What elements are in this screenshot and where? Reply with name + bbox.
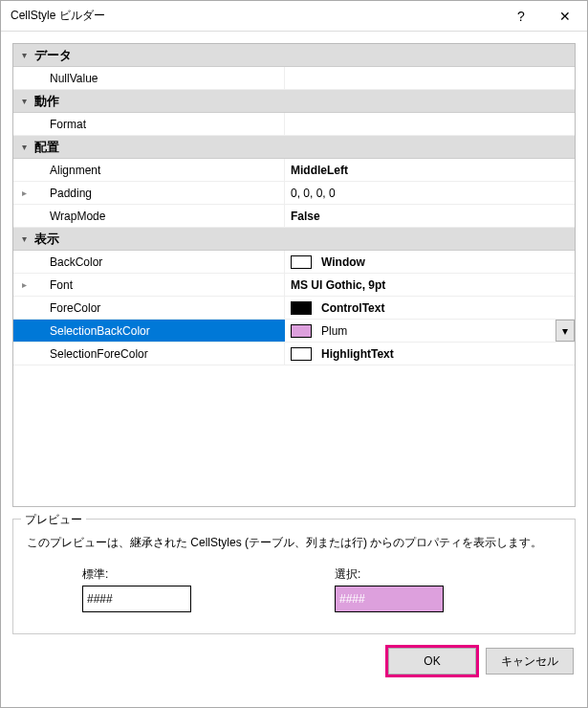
prop-value-cell[interactable]: HighlightText [285,343,575,365]
preview-normal-box: #### [82,586,191,612]
row-indent [13,297,34,319]
prop-name: NullValue [34,67,285,89]
color-swatch [291,324,312,338]
ok-button[interactable]: OK [388,648,476,675]
preview-legend: プレビュー [21,512,86,528]
chevron-down-icon: ▾ [13,233,34,244]
prop-value: ControlText [321,301,384,315]
content-area: ▾ データ NullValue ▾ 動作 Format ▾ 配置 [1,32,587,707]
prop-name: Font [34,274,285,296]
color-swatch [291,301,312,315]
prop-row-font[interactable]: ▸ Font MS UI Gothic, 9pt [13,274,575,297]
window-title: CellStyle ビルダー [1,8,499,24]
prop-row-padding[interactable]: ▸ Padding 0, 0, 0, 0 [13,182,575,205]
category-layout[interactable]: ▾ 配置 [13,136,575,159]
chevron-right-icon[interactable]: ▸ [13,274,34,296]
prop-row-nullvalue[interactable]: NullValue [13,67,575,90]
preview-section: プレビュー このプレビューは、継承された CellStyles (テーブル、列ま… [12,519,576,634]
prop-value[interactable]: MS UI Gothic, 9pt [285,274,575,296]
help-button[interactable]: ? [499,1,543,32]
chevron-down-icon: ▾ [13,142,34,152]
prop-name: BackColor [34,251,285,273]
color-swatch [291,255,312,269]
titlebar: CellStyle ビルダー ? ✕ [1,1,587,32]
prop-name: Alignment [34,159,285,181]
prop-name: SelectionForeColor [34,343,285,365]
dialog-window: CellStyle ビルダー ? ✕ ▾ データ NullValue ▾ 動作 [0,0,588,708]
category-data[interactable]: ▾ データ [13,44,575,67]
preview-selected-box: #### [335,586,444,612]
chevron-right-icon[interactable]: ▸ [13,182,34,204]
prop-value-cell[interactable]: Plum ▾ [285,320,575,342]
row-indent [13,251,34,273]
row-indent [13,343,34,365]
prop-row-forecolor[interactable]: ForeColor ControlText [13,297,575,320]
cancel-button[interactable]: キャンセル [486,648,574,675]
category-appearance-label: 表示 [34,231,59,248]
prop-value: Window [321,255,365,269]
prop-value-cell[interactable]: ControlText [285,297,575,319]
prop-row-backcolor[interactable]: BackColor Window [13,251,575,274]
prop-name: SelectionBackColor [34,320,285,342]
preview-selected-label: 選択: [335,566,444,583]
prop-name: Padding [34,182,285,204]
preview-normal-group: 標準: #### [82,566,191,612]
category-behavior[interactable]: ▾ 動作 [13,90,575,113]
preview-boxes: 標準: #### 選択: #### [27,566,561,612]
category-behavior-label: 動作 [34,93,59,110]
prop-row-format[interactable]: Format [13,113,575,136]
prop-value[interactable]: False [285,205,575,227]
prop-name: Format [34,113,285,135]
property-grid: ▾ データ NullValue ▾ 動作 Format ▾ 配置 [12,43,576,507]
color-swatch [291,347,312,361]
prop-row-selectionbackcolor[interactable]: SelectionBackColor Plum ▾ [13,320,575,343]
chevron-down-icon: ▾ [562,324,568,338]
category-layout-label: 配置 [34,139,59,156]
prop-row-selectionforecolor[interactable]: SelectionForeColor HighlightText [13,343,575,365]
prop-name: ForeColor [34,297,285,319]
button-row: OK キャンセル [12,648,576,675]
prop-value-cell[interactable]: Window [285,251,575,273]
prop-row-alignment[interactable]: Alignment MiddleLeft [13,159,575,182]
prop-row-wrapmode[interactable]: WrapMode False [13,205,575,228]
row-indent [13,159,34,181]
category-appearance[interactable]: ▾ 表示 [13,228,575,251]
chevron-down-icon: ▾ [13,50,34,60]
category-data-label: データ [34,47,72,64]
prop-name: WrapMode [34,205,285,227]
prop-value: HighlightText [321,347,394,361]
preview-selected-group: 選択: #### [335,566,444,612]
dropdown-button[interactable]: ▾ [555,320,575,342]
prop-value[interactable] [285,67,575,89]
row-indent [13,320,34,342]
prop-value: Plum [321,324,347,338]
prop-value[interactable]: 0, 0, 0, 0 [285,182,575,204]
row-indent [13,113,34,135]
row-indent [13,205,34,227]
prop-value[interactable] [285,113,575,135]
preview-description: このプレビューは、継承された CellStyles (テーブル、列または行) か… [27,535,561,551]
close-button[interactable]: ✕ [543,1,587,32]
prop-value[interactable]: MiddleLeft [285,159,575,181]
preview-normal-label: 標準: [82,566,191,583]
chevron-down-icon: ▾ [13,96,34,106]
row-indent [13,67,34,89]
